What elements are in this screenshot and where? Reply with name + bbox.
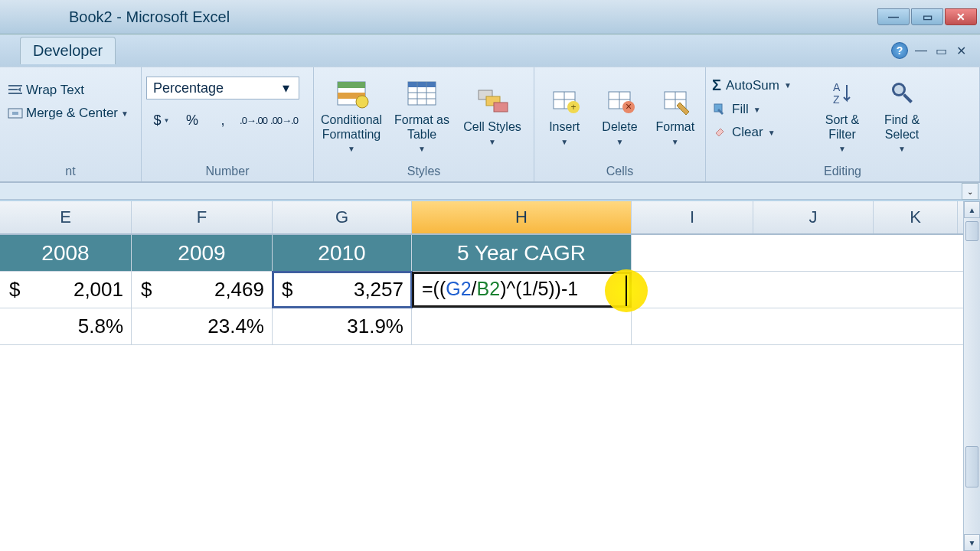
sort-filter-button[interactable]: AZ Sort & Filter▼ <box>815 70 870 161</box>
column-header-H[interactable]: H <box>412 201 632 233</box>
header-cell-cagr[interactable]: 5 Year CAGR <box>412 235 632 271</box>
delete-cells-button[interactable]: × Delete▼ <box>594 70 645 161</box>
header-cell-2010[interactable]: 2010 <box>273 235 412 271</box>
fill-icon <box>712 103 727 116</box>
sigma-icon: Σ <box>712 77 721 94</box>
insert-cells-button[interactable]: + Insert▼ <box>539 70 590 161</box>
group-cells: + Insert▼ × Delete▼ Format▼ Cells <box>534 67 706 181</box>
cell-E2[interactable]: $2,001 <box>0 272 132 308</box>
chevron-down-icon: ▼ <box>164 117 170 124</box>
scroll-up-button[interactable]: ▲ <box>964 201 980 218</box>
column-header-F[interactable]: F <box>132 201 273 233</box>
scroll-thumb[interactable] <box>965 446 978 487</box>
delete-cells-label: Delete <box>602 119 637 134</box>
format-as-table-button[interactable]: Format as Table▼ <box>389 70 455 161</box>
ribbon-restore-button[interactable]: ▭ <box>934 44 948 57</box>
svg-rect-10 <box>408 82 436 87</box>
fill-button[interactable]: Fill ▼ <box>710 100 810 119</box>
maximize-icon: ▭ <box>923 11 933 23</box>
ribbon-minimize-button[interactable]: — <box>914 44 928 57</box>
wrap-text-button[interactable]: Wrap Text <box>5 81 87 99</box>
group-styles: Conditional Formatting▼ Format as Table▼… <box>314 67 534 181</box>
insert-cells-label: Insert <box>549 119 580 134</box>
close-button[interactable]: ✕ <box>945 8 977 25</box>
format-cells-icon <box>657 84 694 116</box>
group-label-styles: Styles <box>318 163 529 180</box>
fill-label: Fill <box>732 102 749 117</box>
column-headers: E F G H I J K <box>0 201 980 235</box>
chevron-down-icon: ▾ <box>279 81 292 95</box>
decrease-decimal-button[interactable]: .00→.0 <box>269 107 299 133</box>
group-number: Percentage ▾ $▼ % , .0→.00 .00→.0 Number <box>142 67 314 181</box>
header-cell-2009[interactable]: 2009 <box>132 235 273 271</box>
format-as-table-label: Format as Table <box>389 112 455 142</box>
cell-H2-editing[interactable]: =((G2/B2)^(1/5))-1 <box>412 272 632 308</box>
chevron-down-icon: ▼ <box>488 138 496 147</box>
accounting-format-button[interactable]: $▼ <box>146 107 177 133</box>
column-header-E[interactable]: E <box>0 201 132 233</box>
help-button[interactable]: ? <box>891 42 908 59</box>
decrease-decimal-icon: .00→.0 <box>270 115 298 126</box>
conditional-formatting-button[interactable]: Conditional Formatting▼ <box>318 70 384 161</box>
chevron-down-icon: ▼ <box>838 145 846 154</box>
close-icon: ✕ <box>956 11 965 23</box>
group-label-alignment: nt <box>5 163 136 180</box>
svg-text:×: × <box>626 100 632 112</box>
cell-G2[interactable]: $3,257 <box>273 272 412 308</box>
chevron-down-icon: ▼ <box>768 129 776 137</box>
format-as-table-icon <box>403 77 440 109</box>
tab-developer[interactable]: Developer <box>20 37 116 64</box>
ribbon-collapse-row: ⌄ <box>0 183 980 200</box>
cell-E3[interactable]: 5.8% <box>0 308 132 344</box>
sort-filter-label: Sort & Filter <box>815 112 870 142</box>
cell-styles-button[interactable]: Cell Styles▼ <box>459 70 525 161</box>
cell-F2[interactable]: $2,469 <box>132 272 273 308</box>
maximize-button[interactable]: ▭ <box>911 8 943 25</box>
format-cells-label: Format <box>655 119 694 134</box>
svg-text:Z: Z <box>833 93 840 106</box>
worksheet-grid[interactable]: E F G H I J K 2008 2009 2010 5 Year CAGR… <box>0 201 980 551</box>
merge-center-button[interactable]: Merge & Center ▼ <box>5 104 132 122</box>
conditional-formatting-label: Conditional Formatting <box>318 112 384 142</box>
comma-format-button[interactable]: , <box>207 107 238 133</box>
format-cells-button[interactable]: Format▼ <box>650 70 701 161</box>
svg-point-8 <box>356 96 368 108</box>
minimize-button[interactable]: — <box>877 8 910 25</box>
percent-format-button[interactable]: % <box>177 107 207 133</box>
chevron-down-icon: ▼ <box>616 138 624 147</box>
formula-text: =((G2/B2)^(1/5))-1 <box>422 278 578 302</box>
svg-rect-4 <box>12 112 18 115</box>
clear-button[interactable]: Clear ▼ <box>710 123 810 142</box>
number-format-combo[interactable]: Percentage ▾ <box>146 77 299 99</box>
chevron-down-icon: ▼ <box>671 138 679 147</box>
column-header-G[interactable]: G <box>273 201 412 233</box>
window-titlebar: Book2 - Microsoft Excel — ▭ ✕ <box>0 0 980 34</box>
table-row: 2008 2009 2010 5 Year CAGR <box>0 235 980 272</box>
column-header-J[interactable]: J <box>753 201 874 233</box>
column-header-I[interactable]: I <box>632 201 753 233</box>
increase-decimal-icon: .0→.00 <box>240 115 267 126</box>
vertical-scrollbar[interactable]: ▲ ▼ <box>963 201 980 551</box>
cell-F3[interactable]: 23.4% <box>132 308 273 344</box>
increase-decimal-button[interactable]: .0→.00 <box>238 107 269 133</box>
ribbon-tabs: Developer ? — ▭ ✕ <box>0 34 980 67</box>
find-select-icon <box>884 77 920 109</box>
autosum-button[interactable]: Σ AutoSum ▼ <box>710 75 810 96</box>
svg-rect-2 <box>8 93 22 94</box>
find-select-button[interactable]: Find & Select▼ <box>874 70 929 161</box>
cell-H3[interactable] <box>412 308 632 344</box>
header-cell-2008[interactable]: 2008 <box>0 235 132 271</box>
cell-G3[interactable]: 31.9% <box>273 308 412 344</box>
workbook-close-button[interactable]: ✕ <box>954 44 968 57</box>
eraser-icon <box>712 126 727 139</box>
chevron-down-icon: ▼ <box>784 81 792 90</box>
group-label-number: Number <box>146 163 309 180</box>
scroll-thumb[interactable] <box>965 221 978 241</box>
svg-rect-17 <box>494 103 508 112</box>
ribbon-collapse-button[interactable]: ⌄ <box>962 183 978 200</box>
table-row: 5.8% 23.4% 31.9% <box>0 308 980 345</box>
column-header-K[interactable]: K <box>874 201 958 233</box>
scroll-down-button[interactable]: ▼ <box>964 534 980 551</box>
group-label-editing: Editing <box>710 163 975 180</box>
delete-cells-icon: × <box>601 84 638 116</box>
